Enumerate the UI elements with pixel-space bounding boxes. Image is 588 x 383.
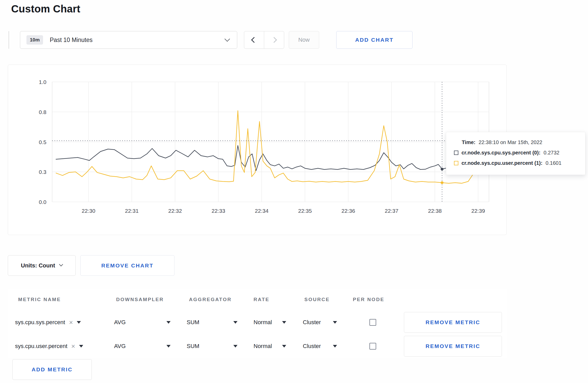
sys-series-swatch-icon	[454, 151, 458, 155]
tooltip-series-value: 0.1601	[545, 160, 561, 166]
time-nav-group	[244, 31, 284, 49]
svg-text:22:34: 22:34	[255, 208, 269, 214]
caret-down-icon	[333, 321, 337, 324]
source-value: Cluster	[303, 319, 321, 326]
header-per-node: PER NODE	[353, 297, 384, 302]
chart-svg[interactable]: 1.00.80.50.30.022:3022:3122:3222:3322:34…	[8, 65, 507, 235]
metrics-table: METRIC NAME DOWNSAMPLER AGGREGATOR RATE …	[8, 289, 507, 358]
per-node-checkbox[interactable]	[369, 343, 376, 350]
metric-name-value: sys.cpu.user.percent	[15, 343, 67, 350]
downsampler-value: AVG	[114, 319, 126, 326]
tooltip-time-row: Time: 22:38:10 on Mar 15th, 2022	[462, 139, 577, 145]
aggregator-select[interactable]: SUM	[187, 310, 237, 334]
metric-name-select[interactable]: sys.cpu.sys.percent ×	[15, 310, 81, 334]
svg-text:22:37: 22:37	[385, 208, 398, 214]
svg-text:22:36: 22:36	[341, 208, 355, 214]
remove-metric-button[interactable]: REMOVE METRIC	[404, 336, 502, 357]
caret-down-icon	[233, 321, 237, 324]
svg-text:0.8: 0.8	[39, 109, 46, 115]
svg-text:1.0: 1.0	[39, 79, 46, 85]
chart-tooltip: Time: 22:38:10 on Mar 15th, 2022 cr.node…	[446, 132, 585, 175]
units-select[interactable]: Units: Count	[8, 255, 76, 276]
source-value: Cluster	[303, 343, 321, 350]
caret-down-icon	[282, 321, 286, 324]
metric-name-select[interactable]: sys.cpu.user.percent ×	[15, 334, 83, 358]
rate-select[interactable]: Normal	[254, 334, 286, 358]
add-chart-button[interactable]: ADD CHART	[336, 31, 412, 49]
custom-chart-page: Custom Chart 10m Past 10 Minutes Now ADD…	[0, 0, 588, 383]
metric-name-value: sys.cpu.sys.percent	[15, 319, 65, 326]
header-metric-name: METRIC NAME	[18, 297, 61, 302]
toolbar-divider	[9, 31, 9, 49]
svg-text:22:39: 22:39	[471, 208, 485, 214]
metric-row: sys.cpu.sys.percent × AVG SUM Normal Clu…	[8, 310, 507, 334]
caret-down-icon	[79, 345, 83, 347]
tooltip-time-value: 22:38:10 on Mar 15th, 2022	[479, 139, 542, 145]
chevron-right-icon	[271, 37, 277, 43]
header-aggregator: AGGREGATOR	[189, 297, 232, 302]
time-range-select[interactable]: 10m Past 10 Minutes	[20, 31, 237, 49]
svg-text:0.5: 0.5	[39, 139, 46, 145]
aggregator-value: SUM	[187, 319, 199, 326]
per-node-checkbox[interactable]	[369, 319, 376, 326]
user-series-swatch-icon	[454, 161, 458, 165]
now-button[interactable]: Now	[289, 31, 319, 49]
chevron-left-icon	[251, 37, 257, 43]
svg-text:22:30: 22:30	[82, 208, 95, 214]
rate-value: Normal	[254, 343, 272, 350]
add-metric-button[interactable]: ADD METRIC	[12, 359, 92, 380]
aggregator-value: SUM	[187, 343, 199, 350]
caret-down-icon	[333, 345, 337, 347]
clear-metric-icon[interactable]: ×	[69, 319, 73, 326]
time-range-label: Past 10 Minutes	[50, 37, 93, 44]
svg-text:22:33: 22:33	[212, 208, 225, 214]
chart-panel: 1.00.80.50.30.022:3022:3122:3222:3322:34…	[8, 65, 507, 235]
chevron-down-icon	[225, 36, 230, 41]
caret-down-icon	[166, 321, 171, 324]
tooltip-series-value: 0.2732	[544, 150, 559, 156]
units-label: Units: Count	[21, 262, 55, 269]
caret-down-icon	[282, 345, 286, 347]
svg-text:22:31: 22:31	[125, 208, 139, 214]
remove-chart-button[interactable]: REMOVE CHART	[80, 255, 174, 276]
tooltip-series-row: cr.node.sys.cpu.sys.percent (0): 0.2732	[454, 150, 577, 156]
header-downsampler: DOWNSAMPLER	[116, 297, 164, 302]
downsampler-select[interactable]: AVG	[114, 310, 171, 334]
chevron-down-icon	[59, 262, 63, 266]
svg-text:0.3: 0.3	[39, 169, 46, 175]
tooltip-series-label: cr.node.sys.cpu.sys.percent (0):	[461, 150, 541, 156]
caret-down-icon	[77, 321, 81, 324]
prev-time-button[interactable]	[244, 31, 264, 49]
svg-text:22:32: 22:32	[168, 208, 182, 214]
header-rate: RATE	[254, 297, 270, 302]
caret-down-icon	[233, 345, 237, 347]
tooltip-series-row: cr.node.sys.cpu.user.percent (1): 0.1601	[454, 160, 577, 166]
aggregator-select[interactable]: SUM	[187, 334, 237, 358]
metric-row: sys.cpu.user.percent × AVG SUM Normal Cl…	[8, 334, 507, 358]
downsampler-select[interactable]: AVG	[114, 334, 171, 358]
svg-text:22:38: 22:38	[428, 208, 442, 214]
tooltip-time-label: Time:	[462, 139, 475, 145]
svg-text:22:35: 22:35	[298, 208, 312, 214]
header-source: SOURCE	[304, 297, 330, 302]
source-select[interactable]: Cluster	[303, 310, 337, 334]
source-select[interactable]: Cluster	[303, 334, 337, 358]
page-title: Custom Chart	[11, 3, 80, 15]
caret-down-icon	[166, 345, 171, 347]
clear-metric-icon[interactable]: ×	[71, 343, 75, 350]
next-time-button[interactable]	[264, 31, 284, 49]
time-range-badge: 10m	[26, 35, 43, 45]
tooltip-series-label: cr.node.sys.cpu.user.percent (1):	[461, 160, 542, 166]
svg-text:0.0: 0.0	[39, 199, 46, 205]
downsampler-value: AVG	[114, 343, 126, 350]
remove-metric-button[interactable]: REMOVE METRIC	[404, 312, 502, 333]
rate-value: Normal	[254, 319, 272, 326]
rate-select[interactable]: Normal	[254, 310, 286, 334]
